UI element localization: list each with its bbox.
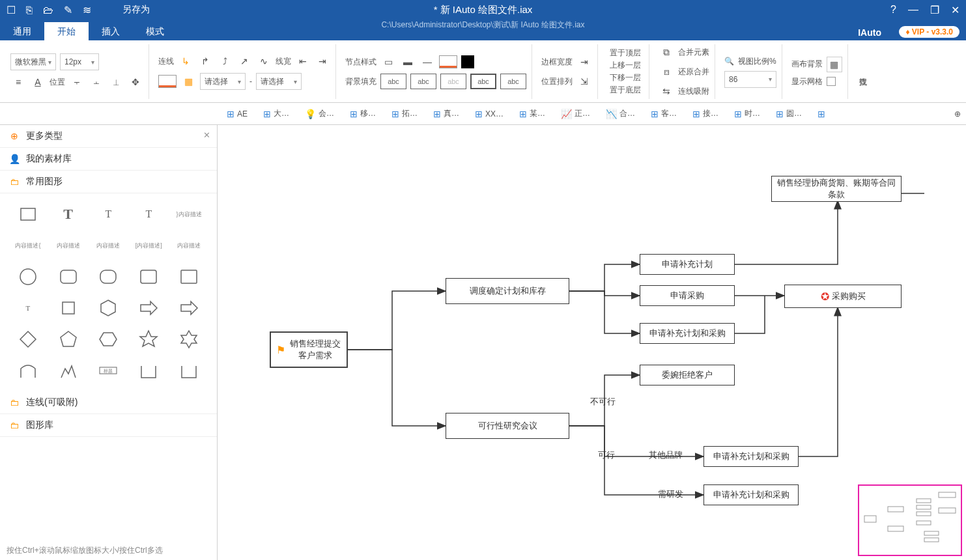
node-reject[interactable]: 委婉拒绝客户 — [640, 365, 735, 385]
valign-top-icon[interactable]: ⫟ — [69, 74, 85, 90]
node-feasibility[interactable]: 可行性研究会议 — [446, 413, 569, 439]
shape-roundrect[interactable] — [51, 264, 86, 290]
sidebar-shapelib[interactable]: 🗀图形库 — [0, 414, 217, 437]
shape-roundrect2[interactable] — [91, 264, 126, 290]
layer-top-button[interactable]: 置于顶层 — [607, 47, 644, 59]
shape-roundrect4[interactable] — [171, 264, 206, 290]
border-icon[interactable]: ⇥ — [576, 54, 592, 70]
shape-label[interactable]: 标题 — [91, 357, 126, 384]
abc5[interactable]: abc — [500, 74, 526, 89]
tab-ae[interactable]: ⊞AE — [221, 109, 253, 119]
layer-down-button[interactable]: 下移一层 — [607, 72, 644, 84]
node-buy[interactable]: ✪ 采购购买 — [784, 285, 902, 308]
style3-icon[interactable]: — — [419, 54, 435, 70]
tab-start[interactable]: 开始 — [44, 22, 89, 42]
minimize-icon[interactable]: — — [908, 4, 918, 16]
font-select[interactable]: 微软雅黑▾ — [10, 53, 56, 70]
shape-desc5[interactable]: 内容描述 — [171, 232, 206, 259]
shape-arrow[interactable] — [131, 295, 166, 321]
help-icon[interactable]: ? — [890, 4, 896, 16]
node-planpurchase2[interactable]: 申请补充计划和采购 — [703, 446, 799, 467]
shape-text-bold[interactable]: T — [51, 201, 86, 227]
tab-pos[interactable]: 📈正… — [556, 108, 595, 119]
unmerge-label[interactable]: 还原合并 — [678, 66, 709, 77]
snap-icon[interactable]: ⇆ — [659, 83, 674, 99]
abc1[interactable]: abc — [380, 74, 406, 89]
shape-hex2[interactable] — [91, 326, 126, 352]
layout-icon[interactable]: ⇲ — [576, 74, 592, 89]
tab-time[interactable]: ⊞时… — [729, 108, 765, 119]
sidebar-mylib[interactable]: 👤我的素材库 — [0, 148, 217, 171]
layer-up-button[interactable]: 上移一层 — [607, 59, 644, 72]
fillcolor-button[interactable] — [439, 55, 457, 68]
valign-mid-icon[interactable]: ⫠ — [89, 74, 104, 90]
tab-insert[interactable]: 插入 — [89, 22, 133, 42]
node-negotiate[interactable]: 销售经理协商货期、账期等合同条款 — [771, 176, 902, 202]
node-plan[interactable]: 申请补充计划 — [640, 254, 735, 275]
arrow-end-select[interactable]: 请选择▾ — [256, 73, 302, 90]
node-start[interactable]: ⚑ 销售经理提交客户需求 — [270, 331, 348, 368]
shape-half1[interactable] — [131, 357, 166, 384]
fillblack-button[interactable] — [461, 55, 474, 68]
arrow-start-select[interactable]: 请选择▾ — [200, 73, 246, 90]
align-icon[interactable]: ≡ — [10, 74, 26, 90]
tab-some[interactable]: ⊞某… — [514, 108, 550, 119]
shape-brace-r[interactable]: }内容描述 — [171, 201, 206, 227]
shape-peak[interactable] — [51, 357, 86, 384]
linecolor-button[interactable] — [158, 75, 177, 88]
shape-circle[interactable] — [10, 264, 46, 290]
tab-xx[interactable]: ⊞XX… — [470, 109, 509, 119]
node-purchase[interactable]: 申请采购 — [640, 285, 735, 306]
fontcolor-icon[interactable]: A — [30, 74, 46, 90]
abc4[interactable]: abc — [470, 74, 496, 89]
sidebar-common[interactable]: 🗀常用图形 — [0, 171, 217, 193]
tab-big[interactable]: ⊞大… — [258, 108, 294, 119]
vip-badge[interactable]: ♦ VIP - v3.3.0 — [899, 26, 959, 38]
add-tab-button[interactable]: ⊕ — [949, 109, 966, 119]
style1-icon[interactable]: ▭ — [380, 54, 396, 70]
tab-current[interactable]: ⊞ — [812, 109, 831, 119]
shape-brace-l[interactable]: 内容描述{ — [10, 232, 46, 259]
maximize-icon[interactable]: ❐ — [930, 4, 939, 16]
shape-half2[interactable] — [171, 357, 206, 384]
shape-t-small[interactable]: T — [10, 295, 46, 321]
shape-arrow2[interactable] — [171, 295, 206, 321]
shape-text2[interactable]: T — [131, 201, 166, 227]
fontsize-select[interactable]: 12px▾ — [60, 53, 99, 70]
tab-mode[interactable]: 模式 — [133, 22, 177, 42]
node-planpurchase3[interactable]: 申请补充计划和采购 — [703, 484, 799, 505]
shape-arc[interactable] — [10, 357, 46, 384]
snap-label[interactable]: 连线吸附 — [678, 86, 709, 97]
tab-real[interactable]: ⊞真… — [428, 108, 464, 119]
canvasbg-button[interactable]: ▦ — [827, 57, 842, 72]
showgrid-checkbox[interactable] — [827, 77, 836, 86]
shape-pentagon[interactable] — [51, 326, 86, 352]
minimap[interactable] — [858, 484, 962, 556]
shape-diamond-sq[interactable] — [51, 295, 86, 321]
shape-star[interactable] — [131, 326, 166, 352]
node-schedule[interactable]: 调度确定计划和库存 — [446, 278, 569, 304]
shape-bracket[interactable]: [内容描述] — [131, 232, 166, 259]
tab-circle[interactable]: ⊞圆… — [771, 108, 807, 119]
node-planpurchase[interactable]: 申请补充计划和采购 — [640, 323, 735, 344]
linewidth-more-icon[interactable]: ⇥ — [315, 53, 330, 69]
line4-icon[interactable]: ↗ — [236, 53, 252, 69]
abc2[interactable]: abc — [410, 74, 436, 89]
valign-bot-icon[interactable]: ⟂ — [108, 74, 124, 90]
shape-roundrect3[interactable] — [131, 264, 166, 290]
tab-general[interactable]: 通用 — [0, 22, 44, 42]
style2-icon[interactable]: ▬ — [400, 54, 416, 70]
tab-expand[interactable]: ⊞拓… — [386, 108, 423, 119]
merge-label[interactable]: 合并元素 — [678, 47, 709, 58]
line3-icon[interactable]: ⤴ — [217, 53, 233, 69]
move-icon[interactable]: ✥ — [128, 74, 143, 90]
layer-bottom-button[interactable]: 置于底层 — [607, 84, 644, 96]
line1-icon[interactable]: ↳ — [178, 53, 193, 69]
canvas[interactable]: ⚑ 销售经理提交客户需求 调度确定计划和库存 可行性研究会议 销售经理协商货期、… — [218, 125, 966, 560]
shape-text[interactable]: T — [91, 201, 126, 227]
close-icon[interactable]: ✕ — [951, 4, 959, 16]
shape-brace-b[interactable]: 内容描述 — [51, 232, 86, 259]
shape-diamond[interactable] — [10, 326, 46, 352]
linedash-icon[interactable]: ▦ — [180, 74, 196, 89]
unmerge-icon[interactable]: ⧈ — [659, 64, 674, 79]
